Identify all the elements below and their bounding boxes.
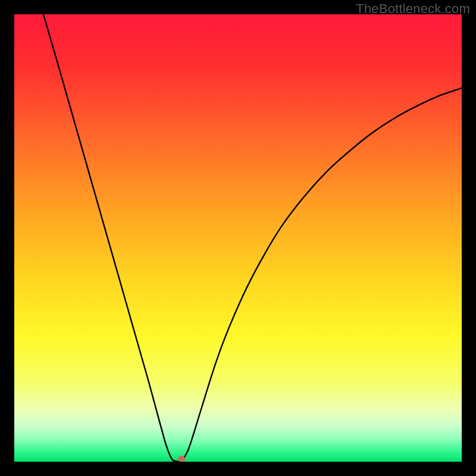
plot-area	[14, 14, 462, 462]
chart-container: TheBottleneck.com	[0, 0, 476, 476]
gradient-background	[14, 14, 462, 462]
watermark-text: TheBottleneck.com	[356, 1, 470, 17]
chart-svg	[14, 14, 462, 462]
